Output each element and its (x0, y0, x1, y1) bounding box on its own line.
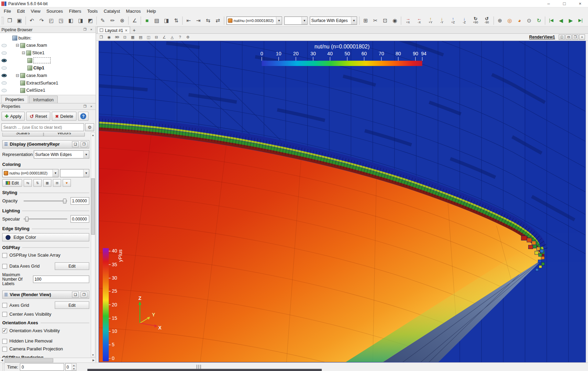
menu-help[interactable]: Help (144, 8, 159, 14)
show-center-button[interactable]: ◎ (505, 16, 514, 25)
rv-save-screenshot-button[interactable]: ❐ (98, 34, 105, 40)
select-frustum-button[interactable]: ⊡ (381, 16, 390, 25)
paste-view-button[interactable]: ❐ (81, 292, 88, 297)
menu-view[interactable]: View (28, 8, 44, 14)
rv-grid-button[interactable]: ▦ (129, 34, 136, 40)
rescale-custom-button[interactable]: ⇅ (33, 179, 42, 187)
camera-view-button-3[interactable]: ◧ (66, 16, 75, 25)
yplus-legend-bar[interactable] (103, 248, 109, 361)
opacity-value[interactable]: 1.00000 (70, 197, 89, 205)
play-button[interactable]: ▶ (566, 16, 575, 25)
visibility-eye-icon[interactable] (1, 66, 7, 70)
scroll-left-icon[interactable]: ◀ (0, 358, 4, 362)
rv-grid2-button[interactable]: ▤ (137, 34, 144, 40)
menu-edit[interactable]: Edit (14, 8, 28, 14)
copy-display-button[interactable]: ❏ (72, 141, 79, 147)
axes-grid-edit-button[interactable]: Edit (55, 301, 89, 309)
pipeline-item-case-foam[interactable]: ⊟ case.foam (0, 42, 96, 49)
pipeline-item-extractsurface1[interactable]: ExtractSurface1 (0, 79, 96, 87)
split-vertical-button[interactable]: ⊟ (566, 34, 572, 40)
select-cells-button[interactable]: ⊞ (361, 16, 370, 25)
maximize-button[interactable]: □ (556, 0, 572, 7)
menu-sources[interactable]: Sources (43, 8, 66, 14)
rescale-data-range-button[interactable]: ⇤ (184, 16, 193, 25)
splitter-handle[interactable] (197, 365, 201, 369)
camera-minus-y-button[interactable]: ↓-Y (436, 16, 447, 25)
opacity-slider[interactable] (24, 200, 67, 201)
representation-combo[interactable]: Surface With Edges ▾ (310, 16, 357, 24)
edit-color-map-button[interactable]: ◨ (162, 16, 171, 25)
minimize-button[interactable]: – (541, 0, 557, 7)
color-map-button[interactable]: ▤ (152, 16, 161, 25)
scrollbar-thumb[interactable] (4, 358, 53, 362)
spin-down-icon[interactable]: ▼ (72, 367, 76, 370)
specular-value[interactable]: 0.00000 (70, 215, 89, 223)
toolbar-grip[interactable] (2, 17, 3, 24)
menu-tools[interactable]: Tools (84, 8, 101, 14)
vectors-tab[interactable]: Vectors (44, 133, 85, 136)
rv-split-button[interactable]: ◫ (145, 34, 152, 40)
pick-center-mode-button[interactable]: ⊗ (118, 16, 127, 25)
copy-view-button[interactable]: ❏ (72, 292, 79, 297)
pipeline-item-builtin[interactable]: builtin: (0, 34, 96, 42)
open-button[interactable]: ❐ (5, 16, 14, 25)
spin-up-icon[interactable]: ▲ (72, 363, 76, 367)
maximize-view-button[interactable]: ❐ (572, 34, 578, 40)
scroll-down-icon[interactable]: ▼ (91, 352, 95, 357)
rv-toggle-3d-button[interactable]: 3D (113, 34, 121, 40)
scrollbar-thumb[interactable] (91, 178, 95, 235)
properties-horizontal-scrollbar[interactable]: ◀ ▶ (0, 358, 96, 362)
camera-view-button-5[interactable]: ◩ (86, 16, 95, 25)
close-dock-button[interactable]: × (89, 104, 94, 109)
choose-preset-button[interactable]: ▦ (43, 179, 51, 187)
menu-filters[interactable]: Filters (66, 8, 84, 14)
edge-color-button[interactable]: Edge Color (2, 233, 89, 241)
menu-file[interactable]: File (1, 8, 14, 14)
representation-select[interactable]: Surface With Edges ▾ (34, 150, 89, 159)
tab-layout-1[interactable]: Layout #1 × (97, 26, 130, 33)
camera-minus-z-button[interactable]: ↓-Z (459, 16, 470, 25)
visibility-eye-icon[interactable] (1, 44, 7, 47)
scroll-up-icon[interactable]: ▲ (91, 133, 95, 137)
hidden-line-removal-checkbox[interactable] (2, 339, 7, 344)
rotate-90-cw-button[interactable]: ↻+90 (470, 16, 481, 25)
interactive-select-button[interactable]: ◉ (390, 16, 399, 25)
redo-button[interactable]: ↷ (37, 16, 46, 25)
data-axes-grid-checkbox[interactable] (2, 264, 7, 269)
camera-view-button-4[interactable]: ◨ (76, 16, 85, 25)
collapse-expander-icon[interactable]: ⊟ (21, 50, 26, 55)
specular-slider[interactable] (24, 218, 67, 220)
solid-color-button[interactable]: ■ (143, 16, 152, 25)
rv-zoom-box-button[interactable]: ⊡ (121, 34, 129, 40)
close-button[interactable]: × (572, 0, 588, 7)
save-button[interactable]: ▣ (15, 16, 24, 25)
camera-view-button-2[interactable]: ◳ (57, 16, 66, 25)
opacity-slider-knob[interactable] (63, 199, 66, 203)
component-combo[interactable]: ▾ (284, 16, 308, 24)
visibility-eye-icon[interactable] (1, 89, 7, 92)
rescale-visible-button[interactable]: ⇄ (213, 16, 222, 25)
camera-plus-z-button[interactable]: ↑+Z (448, 16, 458, 25)
rescale-temporal-button[interactable]: ⇆ (204, 16, 213, 25)
paste-display-button[interactable]: ❐ (81, 141, 88, 147)
view-section-header[interactable]: ☰ View (Render View) ❏ ❐ (2, 291, 89, 299)
time-frame-spinner[interactable]: 0 ▲ ▼ (65, 363, 76, 371)
rescale-range-button[interactable]: ⇅ (172, 16, 181, 25)
center-axes-visibility-checkbox[interactable] (2, 312, 7, 316)
pipeline-item-clip1[interactable]: Clip1 (0, 64, 96, 72)
visibility-eye-icon[interactable] (1, 51, 7, 55)
measure-button[interactable]: ∠ (130, 16, 139, 25)
ospray-use-scale-array-checkbox[interactable] (2, 253, 7, 258)
toolbar-grip[interactable] (3, 363, 4, 371)
close-dock-button[interactable]: × (89, 27, 94, 32)
scalars-tab[interactable]: Scalars (2, 133, 44, 136)
float-dock-button[interactable]: ❐ (82, 104, 88, 109)
rv-settings-button[interactable]: ⚙ (184, 34, 192, 40)
favorites-button[interactable]: ♥ (63, 179, 71, 187)
rename-input[interactable] (33, 57, 51, 63)
tab-information[interactable]: Information (29, 95, 58, 103)
coloring-component-select[interactable]: ▾ (60, 169, 89, 177)
specular-slider-knob[interactable] (25, 216, 29, 221)
pipeline-item-case-foam-2[interactable]: ⊟ case.foam (0, 71, 96, 79)
properties-vertical-scrollbar[interactable]: ▲ ▼ (91, 132, 95, 357)
